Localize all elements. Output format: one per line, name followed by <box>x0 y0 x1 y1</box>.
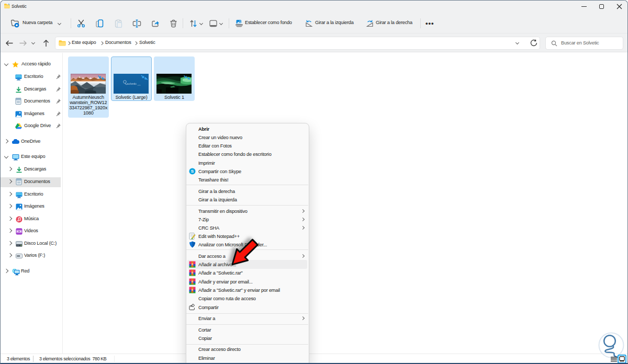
svg-text:S: S <box>191 169 194 174</box>
svg-text:.com: .com <box>137 84 141 86</box>
svg-text:solvetic: solvetic <box>127 82 137 85</box>
